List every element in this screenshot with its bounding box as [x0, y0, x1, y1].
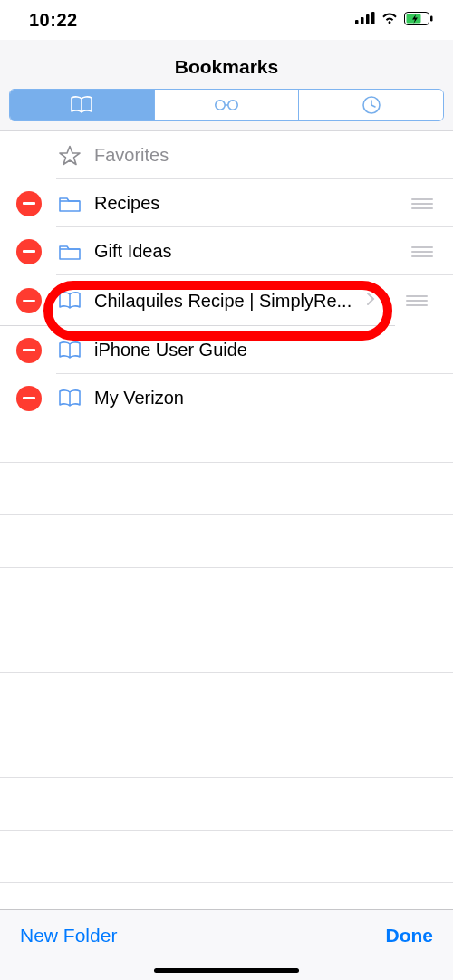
delete-button[interactable]: [16, 239, 42, 264]
list-item-iphone-guide[interactable]: iPhone User Guide: [0, 326, 453, 374]
item-label: Chilaquiles Recipe | SimplyRe...: [94, 291, 366, 312]
list-item-chilaquiles[interactable]: Chilaquiles Recipe | SimplyRe...: [0, 275, 453, 326]
item-label: Gift Ideas: [94, 241, 404, 262]
nav-bar: Bookmarks: [0, 40, 453, 131]
item-label: iPhone User Guide: [94, 340, 453, 360]
item-label: My Verizon: [94, 388, 453, 408]
status-bar: 10:22: [0, 0, 453, 40]
drag-handle-icon[interactable]: [404, 246, 440, 257]
folder-icon: [56, 243, 83, 261]
book-icon: [56, 341, 83, 360]
battery-icon: [404, 12, 433, 29]
status-time: 10:22: [29, 10, 78, 31]
book-icon: [56, 292, 83, 310]
list-item-favorites[interactable]: Favorites: [0, 131, 453, 179]
drag-handle-icon[interactable]: [399, 295, 435, 306]
drag-handle-icon[interactable]: [404, 198, 440, 209]
svg-rect-0: [355, 20, 359, 24]
book-icon: [70, 96, 93, 114]
page-title: Bookmarks: [0, 47, 453, 89]
svg-rect-2: [366, 14, 370, 24]
item-label: Recipes: [94, 193, 404, 214]
folder-icon: [56, 195, 83, 213]
svg-rect-1: [361, 17, 364, 24]
delete-button[interactable]: [16, 386, 42, 411]
empty-rows: [0, 422, 453, 883]
segmented-control: [9, 89, 444, 121]
status-indicators: [355, 12, 433, 29]
item-label: Favorites: [94, 145, 453, 166]
cellular-icon: [355, 12, 375, 28]
done-button[interactable]: Done: [386, 925, 434, 946]
new-folder-button[interactable]: New Folder: [20, 925, 117, 946]
chevron-right-icon: [366, 292, 375, 310]
star-icon: [56, 145, 83, 167]
svg-point-8: [228, 101, 237, 110]
tab-history[interactable]: [299, 90, 443, 120]
clock-icon: [361, 95, 381, 115]
delete-button[interactable]: [16, 288, 42, 313]
book-icon: [56, 389, 83, 408]
svg-rect-3: [371, 12, 375, 24]
tab-reading-list[interactable]: [155, 90, 300, 120]
tab-bookmarks[interactable]: [10, 90, 155, 120]
svg-point-7: [216, 101, 225, 110]
glasses-icon: [211, 99, 242, 111]
delete-button[interactable]: [16, 338, 42, 363]
delete-button[interactable]: [16, 191, 42, 216]
list-item-gift-ideas[interactable]: Gift Ideas: [0, 227, 453, 275]
bookmarks-list: Favorites Recipes Gift Ideas: [0, 131, 453, 883]
wifi-icon: [381, 12, 399, 28]
svg-rect-6: [430, 15, 433, 21]
home-indicator: [154, 968, 299, 973]
list-item-my-verizon[interactable]: My Verizon: [0, 374, 453, 422]
list-item-recipes[interactable]: Recipes: [0, 179, 453, 227]
